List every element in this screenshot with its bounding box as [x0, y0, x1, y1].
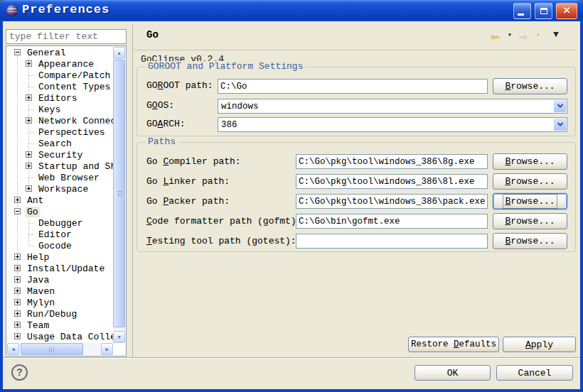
tree-item-run-debug[interactable]: Run/Debug — [7, 308, 113, 320]
tree-item-label[interactable]: Workspace — [37, 184, 90, 195]
view-menu-icon[interactable]: ▼ — [553, 29, 559, 40]
goos-combo-dropdown-button[interactable] — [554, 100, 566, 112]
tree-item-label[interactable]: Perspectives — [37, 127, 107, 138]
scroll-down-icon[interactable]: ▼ — [113, 331, 125, 343]
back-history-dropdown-icon[interactable]: ▾ — [508, 31, 512, 39]
tree-item-content-types[interactable]: Content Types — [7, 81, 113, 92]
expand-plus-icon[interactable] — [26, 117, 32, 124]
expand-plus-icon[interactable] — [14, 333, 21, 339]
goroot-path-input[interactable] — [218, 79, 488, 94]
restore-defaults-button[interactable]: Restore Defaults — [408, 337, 499, 352]
tree-item-search[interactable]: Search — [7, 138, 113, 149]
browse-button[interactable]: Browse... — [493, 233, 567, 249]
tree-item-ant[interactable]: Ant — [7, 195, 113, 206]
tree-item-label[interactable]: Ant — [26, 195, 45, 206]
path-input[interactable] — [296, 234, 488, 249]
tree-item-label[interactable]: Keys — [37, 104, 62, 115]
cancel-button[interactable]: Cancel — [496, 365, 573, 381]
goos-combo[interactable]: windows — [218, 99, 567, 114]
tree-item-label[interactable]: Web Browser — [37, 173, 101, 183]
goarch-combo[interactable]: 386 — [218, 117, 567, 132]
tree-item-debugger[interactable]: Debugger — [7, 217, 113, 229]
tree-item-java[interactable]: Java — [7, 274, 113, 285]
browse-button[interactable]: Browse... — [493, 213, 567, 229]
close-button[interactable]: × — [556, 3, 577, 19]
tree-item-label[interactable]: Go — [26, 207, 40, 217]
tree-item-security[interactable]: Security — [7, 149, 113, 160]
browse-button[interactable]: Browse... — [493, 173, 567, 190]
browse-button[interactable]: Browse... — [493, 153, 567, 170]
tree-item-label[interactable]: Gocode — [37, 241, 73, 251]
apply-button[interactable]: Apply — [503, 337, 576, 352]
browse-button[interactable]: Browse... — [493, 193, 567, 209]
tree-item-label[interactable]: Java — [26, 275, 50, 285]
ok-button[interactable]: OK — [414, 365, 491, 381]
tree-item-label[interactable]: General — [26, 48, 68, 58]
expand-plus-icon[interactable] — [14, 310, 21, 317]
tree-item-label[interactable]: Debugger — [37, 218, 84, 229]
tree-item-editor[interactable]: Editor — [7, 229, 113, 240]
expand-plus-icon[interactable] — [14, 276, 21, 283]
tree-item-workspace[interactable]: Workspace — [7, 183, 113, 195]
tree-item-label[interactable]: Mylyn — [26, 298, 56, 308]
back-arrow-icon[interactable]: ⇦ — [491, 28, 499, 45]
goarch-combo-dropdown-button[interactable] — [554, 119, 566, 131]
tree-item-general[interactable]: General — [7, 47, 113, 58]
help-button[interactable]: ? — [11, 364, 28, 381]
scroll-left-icon[interactable]: ◀ — [7, 343, 19, 355]
expand-plus-icon[interactable] — [14, 197, 21, 203]
path-input[interactable] — [296, 194, 488, 209]
panel-divider[interactable] — [132, 25, 133, 357]
tree-item-label[interactable]: Network Connect — [37, 116, 113, 126]
tree-item-team[interactable]: Team — [7, 320, 113, 331]
expand-plus-icon[interactable] — [14, 288, 21, 294]
tree-item-label[interactable]: Appearance — [37, 59, 95, 70]
tree-item-label[interactable]: Usage Data Collect — [26, 332, 113, 342]
tree-item-help[interactable]: Help — [7, 251, 113, 263]
tree-item-appearance[interactable]: Appearance — [7, 58, 113, 70]
title-bar[interactable]: Preferences × — [0, 0, 583, 21]
tree-item-network-connect[interactable]: Network Connect — [7, 115, 113, 126]
tree-item-label[interactable]: Editor — [37, 229, 73, 240]
path-input[interactable] — [296, 154, 488, 169]
expand-plus-icon[interactable] — [26, 163, 32, 169]
tree-item-mylyn[interactable]: Mylyn — [7, 297, 113, 308]
collapse-minus-icon[interactable] — [14, 49, 21, 55]
horizontal-scroll-thumb[interactable] — [21, 343, 83, 355]
tree-vertical-scrollbar[interactable]: ▲ ▼ — [113, 47, 125, 343]
tree-item-label[interactable]: Content Types — [37, 82, 112, 92]
expand-plus-icon[interactable] — [26, 60, 32, 67]
tree-item-keys[interactable]: Keys — [7, 104, 113, 115]
minimize-button[interactable] — [513, 3, 531, 19]
expand-plus-icon[interactable] — [14, 254, 21, 260]
tree-item-label[interactable]: Run/Debug — [26, 309, 78, 320]
path-input[interactable] — [296, 214, 488, 229]
tree-item-label[interactable]: Team — [26, 320, 50, 331]
tree-item-install-update[interactable]: Install/Update — [7, 263, 113, 274]
filter-input[interactable] — [6, 29, 127, 44]
tree-item-label[interactable]: Search — [37, 138, 73, 149]
expand-plus-icon[interactable] — [14, 299, 21, 305]
scroll-up-icon[interactable]: ▲ — [113, 47, 125, 59]
goroot-browse-button[interactable]: Browse... — [493, 78, 567, 94]
maximize-button[interactable] — [535, 3, 552, 19]
tree-horizontal-scrollbar[interactable]: ◀ ▶ — [7, 343, 113, 355]
tree-item-editors[interactable]: Editors — [7, 92, 113, 104]
scroll-right-icon[interactable]: ▶ — [101, 343, 113, 355]
tree-item-go[interactable]: Go — [7, 206, 113, 217]
tree-item-label[interactable]: Startup and Shu — [37, 161, 113, 172]
tree-item-startup-and-shu[interactable]: Startup and Shu — [7, 160, 113, 172]
path-input[interactable] — [296, 174, 488, 189]
tree-item-label[interactable]: Compare/Patch — [37, 70, 112, 81]
vertical-scroll-thumb[interactable] — [113, 60, 125, 327]
expand-plus-icon[interactable] — [26, 94, 32, 101]
tree-item-label[interactable]: Install/Update — [26, 263, 106, 274]
expand-plus-icon[interactable] — [26, 151, 32, 158]
tree-item-compare-patch[interactable]: Compare/Patch — [7, 70, 113, 81]
tree-item-perspectives[interactable]: Perspectives — [7, 126, 113, 138]
expand-plus-icon[interactable] — [14, 322, 21, 328]
tree-item-web-browser[interactable]: Web Browser — [7, 172, 113, 183]
tree-item-maven[interactable]: Maven — [7, 285, 113, 297]
expand-plus-icon[interactable] — [26, 185, 32, 192]
tree-item-label[interactable]: Maven — [26, 286, 56, 297]
